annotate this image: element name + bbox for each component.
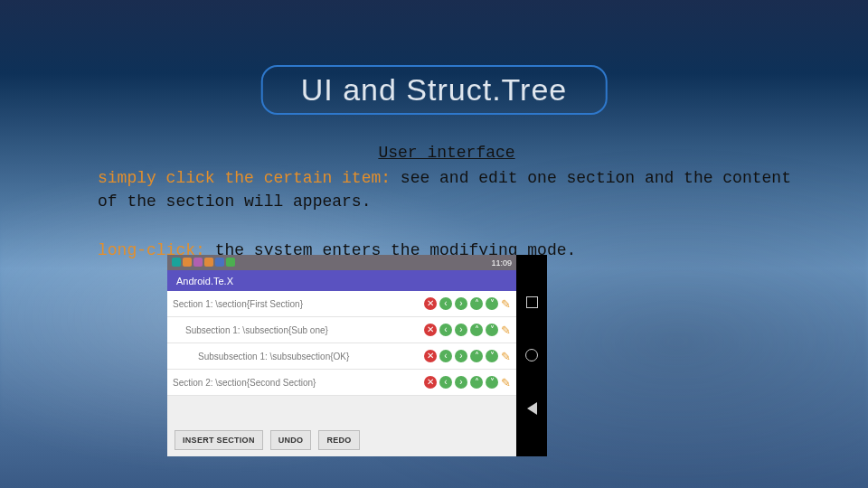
down-icon[interactable]: ˅: [486, 376, 498, 389]
left-icon[interactable]: ‹: [439, 350, 452, 362]
up-icon[interactable]: ˄: [470, 297, 483, 310]
status-bar: 11:09: [167, 255, 516, 270]
section-list: Section 1: \section{First Section} ✕ ‹ ›…: [167, 291, 516, 424]
right-icon[interactable]: ›: [455, 376, 467, 389]
app-bar: Android.Te.X: [167, 270, 516, 291]
list-item[interactable]: Section 2: \section{Second Section} ✕ ‹ …: [167, 370, 516, 396]
redo-button[interactable]: REDO: [318, 430, 359, 450]
pencil-icon[interactable]: ✎: [501, 350, 511, 363]
delete-icon[interactable]: ✕: [424, 324, 437, 336]
content-block: User interface simply click the certain …: [98, 141, 796, 262]
undo-button[interactable]: UNDO: [270, 430, 312, 450]
list-item-label: Subsection 1: \subsection{Sub one}: [173, 325, 424, 335]
up-icon[interactable]: ˄: [470, 376, 483, 389]
right-icon[interactable]: ›: [455, 324, 467, 336]
down-icon[interactable]: ˅: [486, 350, 498, 362]
list-item[interactable]: Section 1: \section{First Section} ✕ ‹ ›…: [167, 291, 516, 317]
nav-home-icon[interactable]: [525, 349, 538, 361]
left-icon[interactable]: ‹: [439, 297, 452, 310]
list-item-label: Section 2: \section{Second Section}: [173, 378, 424, 388]
pencil-icon[interactable]: ✎: [501, 297, 511, 311]
phone-screen: 11:09 Android.Te.X Section 1: \section{F…: [167, 255, 516, 456]
delete-icon[interactable]: ✕: [424, 350, 437, 362]
down-icon[interactable]: ˅: [486, 324, 498, 336]
phone-mock: 11:09 Android.Te.X Section 1: \section{F…: [167, 255, 547, 456]
android-navbar: [516, 255, 547, 456]
subhead: User interface: [98, 141, 796, 164]
up-icon[interactable]: ˄: [470, 350, 483, 362]
pencil-icon[interactable]: ✎: [501, 376, 511, 389]
right-icon[interactable]: ›: [455, 350, 467, 362]
delete-icon[interactable]: ✕: [424, 297, 437, 310]
pencil-icon[interactable]: ✎: [501, 324, 511, 337]
left-icon[interactable]: ‹: [439, 376, 452, 389]
down-icon[interactable]: ˅: [486, 297, 498, 310]
nav-recent-icon[interactable]: [526, 296, 538, 308]
delete-icon[interactable]: ✕: [424, 376, 437, 389]
simply-lead: simply click the certain item:: [98, 169, 391, 187]
list-item[interactable]: Subsection 1: \subsection{Sub one} ✕ ‹ ›…: [167, 317, 516, 343]
list-item[interactable]: Subsubsection 1: \subsubsection{OK} ✕ ‹ …: [167, 343, 516, 370]
up-icon[interactable]: ˄: [470, 324, 483, 336]
status-time: 11:09: [491, 258, 512, 267]
slide-title: UI and Struct.Tree: [261, 65, 608, 115]
status-icons-left: [172, 258, 237, 268]
left-icon[interactable]: ‹: [439, 324, 452, 336]
button-bar: INSERT SECTION UNDO REDO: [167, 424, 516, 456]
right-icon[interactable]: ›: [455, 297, 467, 310]
nav-back-icon[interactable]: [527, 402, 537, 415]
insert-section-button[interactable]: INSERT SECTION: [175, 430, 263, 450]
list-item-label: Section 1: \section{First Section}: [173, 299, 424, 309]
para-simply: simply click the certain item: see and e…: [98, 166, 796, 213]
list-item-label: Subsubsection 1: \subsubsection{OK}: [173, 352, 424, 361]
